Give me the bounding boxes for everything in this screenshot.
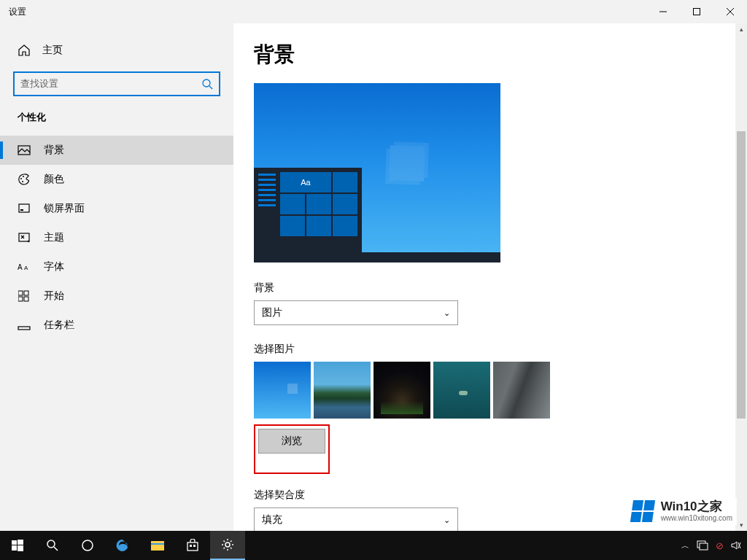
tray-expand-icon[interactable]: ︿ (681, 540, 689, 551)
system-tray[interactable]: ︿ ⊘ (681, 531, 741, 560)
thumbnail[interactable] (374, 362, 430, 419)
taskbar-icon (18, 319, 31, 332)
taskbar-explorer[interactable] (140, 531, 175, 560)
nav-label: 锁屏界面 (44, 202, 85, 215)
taskbar-cortana[interactable] (70, 531, 105, 560)
tray-error-icon[interactable]: ⊘ (716, 540, 724, 551)
taskbar: ︿ ⊘ (0, 531, 747, 560)
sidebar: 主页 查找设置 个性化 背景 颜色 锁屏界面 (0, 23, 233, 554)
svg-point-26 (82, 540, 93, 551)
nav-start[interactable]: 开始 (0, 281, 233, 311)
svg-point-8 (23, 176, 24, 177)
lockscreen-icon (18, 202, 31, 215)
svg-rect-12 (19, 233, 29, 241)
scroll-up-icon[interactable]: ▴ (735, 23, 747, 35)
svg-rect-29 (187, 542, 198, 551)
search-icon (201, 78, 213, 93)
start-icon (18, 289, 31, 303)
nav-fonts[interactable]: AA 字体 (0, 252, 233, 281)
fonts-icon: AA (18, 260, 31, 273)
start-button[interactable] (0, 531, 35, 560)
home-icon (18, 44, 31, 57)
home-label: 主页 (42, 44, 63, 57)
svg-rect-16 (24, 291, 28, 295)
image-thumbnails (254, 362, 727, 419)
nav-colors[interactable]: 颜色 (0, 165, 233, 194)
nav-label: 任务栏 (44, 319, 74, 332)
fit-value: 填充 (262, 513, 282, 526)
svg-point-7 (20, 178, 22, 179)
nav-lockscreen[interactable]: 锁屏界面 (0, 194, 233, 223)
svg-rect-28 (151, 543, 164, 545)
taskbar-settings[interactable] (210, 531, 245, 560)
svg-rect-19 (18, 327, 30, 330)
taskbar-edge[interactable] (105, 531, 140, 560)
scrollbar[interactable]: ▴ ▾ (735, 23, 747, 531)
preview-start-menu: Aa (254, 168, 362, 252)
svg-rect-30 (190, 545, 192, 547)
watermark-url: www.win10xitong.com (661, 514, 732, 522)
scroll-down-icon[interactable]: ▾ (735, 519, 747, 531)
svg-rect-15 (18, 291, 23, 295)
chevron-down-icon: ⌄ (444, 308, 450, 318)
nav-label: 主题 (44, 231, 64, 244)
window-controls (646, 0, 747, 23)
svg-rect-10 (19, 204, 29, 212)
background-dropdown[interactable]: 图片 ⌄ (254, 300, 458, 325)
scroll-thumb[interactable] (737, 131, 746, 419)
category-label: 个性化 (0, 111, 233, 136)
svg-point-24 (47, 540, 55, 548)
thumbnail[interactable] (493, 362, 550, 419)
svg-point-9 (22, 181, 23, 182)
svg-rect-1 (694, 9, 700, 15)
window-title: 设置 (9, 6, 26, 18)
browse-button[interactable]: 浏览 (258, 429, 325, 454)
home-link[interactable]: 主页 (0, 38, 233, 63)
search-placeholder: 查找设置 (20, 77, 58, 90)
volume-icon[interactable] (731, 540, 741, 551)
svg-point-32 (225, 542, 230, 547)
thumbnail[interactable] (433, 362, 490, 419)
thumbnail[interactable] (254, 362, 311, 419)
palette-icon (18, 173, 31, 186)
close-button[interactable] (713, 0, 747, 23)
themes-icon (18, 231, 31, 244)
background-label: 背景 (254, 281, 727, 295)
background-value: 图片 (262, 306, 282, 319)
maximize-button[interactable] (680, 0, 713, 23)
svg-rect-31 (193, 545, 196, 547)
nav-label: 颜色 (44, 173, 64, 186)
page-title: 背景 (254, 41, 727, 69)
fit-dropdown[interactable]: 填充 ⌄ (254, 508, 458, 532)
nav-themes[interactable]: 主题 (0, 223, 233, 252)
svg-line-5 (209, 86, 212, 89)
network-icon[interactable] (697, 540, 708, 551)
titlebar: 设置 (0, 0, 747, 23)
preview-taskbar (254, 252, 500, 262)
svg-rect-18 (24, 297, 28, 301)
svg-rect-17 (18, 297, 23, 301)
taskbar-store[interactable] (175, 531, 210, 560)
nav-label: 字体 (44, 260, 64, 273)
nav-taskbar[interactable]: 任务栏 (0, 311, 233, 340)
svg-text:A: A (24, 265, 28, 271)
svg-line-25 (54, 547, 58, 551)
windows-logo-icon (630, 500, 655, 522)
svg-rect-11 (20, 209, 23, 211)
watermark: Win10之家 www.win10xitong.com (627, 497, 737, 525)
watermark-title: Win10之家 (661, 500, 732, 514)
svg-rect-21 (18, 540, 23, 545)
chevron-down-icon: ⌄ (444, 516, 450, 525)
taskbar-search[interactable] (35, 531, 70, 560)
nav-label: 背景 (44, 144, 64, 157)
svg-rect-20 (12, 540, 17, 545)
minimize-button[interactable] (646, 0, 680, 23)
content: 背景 Aa 背景 图片 ⌄ 选择图片 (233, 23, 747, 554)
nav-background[interactable]: 背景 (0, 136, 233, 165)
thumbnail[interactable] (314, 362, 371, 419)
svg-point-4 (203, 79, 210, 87)
svg-text:A: A (18, 263, 23, 271)
choose-image-label: 选择图片 (254, 343, 727, 356)
browse-highlight: 浏览 (254, 424, 330, 474)
search-input[interactable]: 查找设置 (13, 71, 220, 96)
